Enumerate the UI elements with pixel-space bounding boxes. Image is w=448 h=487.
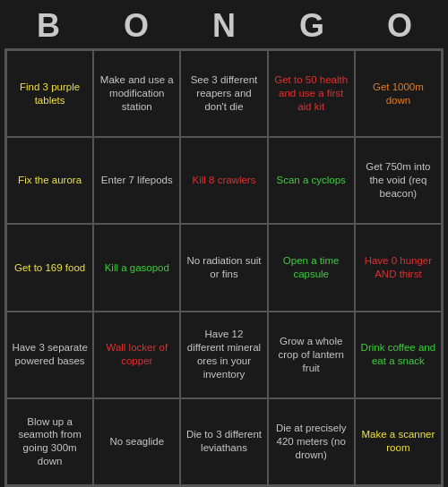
bingo-cell-7: Kill 8 crawlers bbox=[180, 137, 267, 224]
bingo-cell-22: Die to 3 different leviathans bbox=[180, 398, 267, 485]
letter-o1: O bbox=[97, 7, 176, 45]
bingo-cell-24: Make a scanner room bbox=[355, 398, 442, 485]
letter-g: G bbox=[272, 7, 351, 45]
letter-o2: O bbox=[360, 7, 439, 45]
bingo-cell-0: Find 3 purple tablets bbox=[6, 50, 93, 137]
bingo-cell-6: Enter 7 lifepods bbox=[93, 137, 180, 224]
bingo-grid: Find 3 purple tabletsMake and use a modi… bbox=[4, 48, 444, 487]
bingo-cell-1: Make and use a modification station bbox=[93, 50, 180, 137]
bingo-cell-13: Open a time capsule bbox=[268, 224, 355, 311]
bingo-cell-2: See 3 different reapers and don't die bbox=[180, 50, 267, 137]
bingo-cell-16: Wall locker of copper bbox=[93, 312, 180, 398]
bingo-cell-21: No seaglide bbox=[93, 398, 180, 485]
bingo-cell-18: Grow a whole crop of lantern fruit bbox=[268, 312, 355, 398]
letter-b: B bbox=[9, 7, 88, 45]
bingo-cell-20: Blow up a seamoth from going 300m down bbox=[6, 398, 93, 485]
bingo-cell-14: Have 0 hunger AND thirst bbox=[355, 224, 442, 311]
letter-n: N bbox=[185, 7, 263, 45]
bingo-cell-23: Die at precisely 420 meters (no drown) bbox=[268, 398, 355, 485]
bingo-cell-12: No radiation suit or fins bbox=[180, 224, 267, 311]
bingo-cell-9: Get 750m into the void (req beacon) bbox=[355, 137, 442, 224]
bingo-cell-3: Get to 50 health and use a first aid kit bbox=[268, 50, 355, 137]
bingo-cell-5: Fix the aurora bbox=[6, 137, 93, 224]
bingo-cell-11: Kill a gasopod bbox=[93, 224, 180, 311]
bingo-cell-10: Get to 169 food bbox=[6, 224, 93, 311]
bingo-cell-15: Have 3 separate powered bases bbox=[6, 312, 93, 398]
bingo-cell-4: Get 1000m down bbox=[355, 50, 442, 137]
bingo-header: B O N G O bbox=[4, 0, 444, 48]
bingo-cell-17: Have 12 different mineral ores in your i… bbox=[180, 312, 267, 398]
bingo-cell-19: Drink coffee and eat a snack bbox=[355, 312, 442, 398]
bingo-cell-8: Scan a cyclops bbox=[268, 137, 355, 224]
